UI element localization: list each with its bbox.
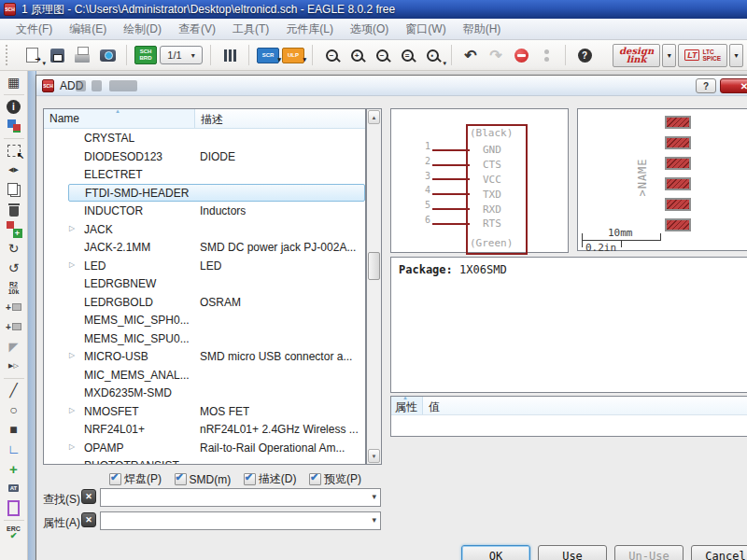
menu-item[interactable]: 查看(V) <box>170 19 224 40</box>
delete-icon[interactable] <box>2 200 26 218</box>
library-list-item[interactable]: OPAMP Rail-to-Rail Operational Am... <box>44 439 365 457</box>
save-icon[interactable] <box>46 44 68 66</box>
split-icon[interactable]: ▶▷ <box>2 357 26 375</box>
attribute-icon[interactable]: AT <box>2 479 26 497</box>
library-list-item[interactable]: LED LED <box>44 257 365 275</box>
library-list-item[interactable]: JACK-2.1MM SMD DC power jack PJ-002A... <box>44 238 365 257</box>
search-input[interactable] <box>100 488 381 507</box>
dialog-titlebar[interactable]: SCH ADD ? ✕ <box>36 76 747 96</box>
column-header-name[interactable]: Name ▲ <box>44 109 195 128</box>
search-clear-button[interactable]: ✕ <box>81 489 96 504</box>
menu-item[interactable]: 帮助(H) <box>455 19 510 40</box>
pinswap-icon[interactable]: ↻ <box>2 239 26 258</box>
sheet-selector[interactable]: 1/1▾ <box>160 46 203 64</box>
library-list-item[interactable]: NMOSFET MOS FET <box>44 402 365 421</box>
library-list-item[interactable]: MEMS_MIC_SPU0... <box>44 329 365 348</box>
checkbox-icon[interactable] <box>309 473 321 485</box>
menu-item[interactable]: 窗口(W) <box>397 19 454 40</box>
ltc-spice-dropdown[interactable]: ▾ <box>729 44 743 67</box>
script-icon[interactable]: SCR▾ <box>257 48 279 63</box>
zoom-redraw-icon[interactable]: − <box>371 44 393 66</box>
filter-checkbox[interactable]: 描述(D) <box>244 471 297 487</box>
frames-icon[interactable] <box>218 44 241 66</box>
column-header-description[interactable]: 描述 <box>195 109 365 128</box>
ltc-spice-button[interactable]: LT LTC SPICE <box>678 44 727 67</box>
zoom-out-icon[interactable]: − <box>320 44 343 66</box>
library-list-item[interactable]: MXD6235M-SMD <box>44 384 365 402</box>
bus-icon[interactable]: ∟ <box>2 440 26 458</box>
info-icon[interactable]: i <box>2 97 26 116</box>
library-list-item[interactable]: MICRO-USB SMD micro USB connector a... <box>44 347 365 366</box>
checkbox-icon[interactable] <box>175 473 187 485</box>
library-list-item[interactable]: DIODESOD123 DIODE <box>44 147 365 166</box>
circle-icon[interactable]: ○ <box>2 400 26 419</box>
sch-brd-toggle-icon[interactable]: SCHBRD <box>134 46 157 64</box>
menu-item[interactable]: 选项(O) <box>342 19 397 40</box>
filter-checkbox[interactable]: 预览(P) <box>309 471 361 487</box>
miter-icon[interactable]: ◤ <box>2 337 26 356</box>
expand-arrow-icon[interactable] <box>69 260 75 269</box>
print-icon[interactable] <box>71 44 93 66</box>
stop-icon[interactable] <box>510 44 532 66</box>
expand-arrow-icon[interactable] <box>69 351 75 359</box>
expand-arrow-icon[interactable] <box>69 442 75 451</box>
dialog-help-button[interactable]: ? <box>696 78 716 93</box>
grid-icon[interactable]: ▦ <box>2 73 26 91</box>
attribute-input[interactable] <box>100 511 381 530</box>
zoom-fit-icon[interactable]: = <box>396 44 418 66</box>
menu-item[interactable]: 元件库(L) <box>277 19 342 40</box>
group-icon[interactable] <box>2 141 26 160</box>
display-layers-icon[interactable] <box>2 117 26 135</box>
filter-checkbox[interactable]: SMD(m) <box>175 471 232 487</box>
library-list-item[interactable]: ELECTRET <box>44 165 365 184</box>
gateswap-icon[interactable]: ↺ <box>2 259 26 277</box>
copy-icon[interactable] <box>2 180 26 199</box>
expand-arrow-icon[interactable] <box>69 406 75 414</box>
add-part-icon[interactable] <box>2 219 26 238</box>
checkbox-icon[interactable] <box>244 473 256 485</box>
erc-icon[interactable]: ERC✔ <box>2 523 26 541</box>
column-header-attribute[interactable]: 属性 ▲ <box>391 397 423 414</box>
export-icon[interactable]: ▾ <box>21 44 43 66</box>
menu-item[interactable]: 文件(F) <box>7 19 61 40</box>
checkbox-icon[interactable] <box>109 473 121 485</box>
library-list-item[interactable]: LEDRGBNEW <box>44 274 365 293</box>
scroll-up-icon[interactable]: ▲ <box>368 110 380 124</box>
expand-arrow-icon[interactable] <box>69 224 75 232</box>
image-export-icon[interactable] <box>96 44 119 66</box>
dialog-close-button[interactable]: ✕ <box>720 78 747 93</box>
design-link-button[interactable]: design link <box>613 44 660 67</box>
scroll-down-icon[interactable]: ▼ <box>368 449 380 463</box>
library-list-item[interactable]: MIC_MEMS_ANAL... <box>44 366 365 385</box>
design-link-dropdown[interactable]: ▾ <box>662 44 676 67</box>
menu-item[interactable]: 工具(T) <box>224 19 277 40</box>
smash-icon[interactable]: + <box>2 317 26 336</box>
traffic-dots-icon[interactable] <box>535 44 557 66</box>
dialog-button[interactable]: OK <box>461 545 530 560</box>
library-list-item[interactable]: FTDI-SMD-HEADER <box>68 184 365 203</box>
menu-item[interactable]: 绘制(D) <box>115 19 170 40</box>
change-value-icon[interactable]: R210k <box>2 278 26 297</box>
parts-list[interactable]: Name ▲ 描述 CRYSTAL DIODESOD123 DIODE ELEC… <box>43 108 366 465</box>
wire-icon[interactable]: ╱ <box>2 381 26 399</box>
scrollbar-thumb[interactable] <box>368 252 380 280</box>
help-icon[interactable]: ? <box>573 44 596 66</box>
list-scrollbar[interactable]: ▲ ▼ <box>366 108 382 465</box>
library-list-item[interactable]: PHOTOTRANSIST <box>44 456 365 465</box>
library-list-item[interactable]: MEMS_MIC_SPH0... <box>44 311 365 329</box>
attribute-clear-button[interactable]: ✕ <box>81 512 96 527</box>
dialog-button[interactable]: Use <box>538 545 607 560</box>
ulp-icon[interactable]: ULP▾ <box>282 48 304 63</box>
junction-icon[interactable]: + <box>2 459 26 478</box>
mirror-icon[interactable]: ◀▶ <box>2 161 26 179</box>
dialog-button[interactable]: Cancel <box>691 545 747 560</box>
column-header-value[interactable]: 值 <box>423 397 747 414</box>
library-list-item[interactable]: CRYSTAL <box>44 129 365 147</box>
library-list-item[interactable]: NRF24L01+ nRF24L01+ 2.4GHz Wireless ... <box>44 420 365 439</box>
filter-checkbox[interactable]: 焊盘(P) <box>109 471 162 487</box>
rect-icon[interactable]: ■ <box>2 420 26 439</box>
attribute-table[interactable]: 属性 ▲ 值 <box>390 396 747 437</box>
redo-icon[interactable]: ↷ <box>485 44 507 66</box>
zoom-in-icon[interactable]: + <box>345 44 368 66</box>
name-icon[interactable]: + <box>2 298 26 316</box>
